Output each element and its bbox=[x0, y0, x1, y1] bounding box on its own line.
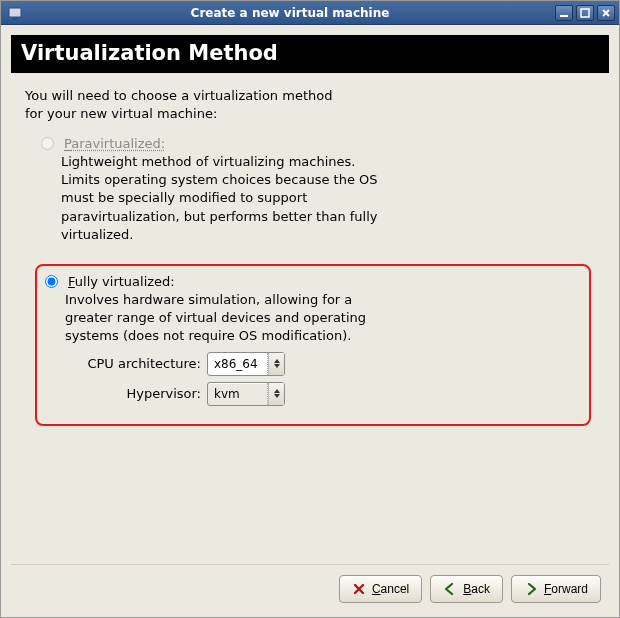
back-button[interactable]: Back bbox=[430, 575, 503, 603]
hypervisor-label: Hypervisor: bbox=[85, 386, 201, 401]
spinner-arrows-icon bbox=[268, 383, 284, 405]
cancel-button[interactable]: Cancel bbox=[339, 575, 422, 603]
close-button[interactable] bbox=[597, 5, 615, 21]
svg-rect-1 bbox=[12, 18, 18, 20]
app-icon bbox=[5, 5, 25, 21]
button-bar: Cancel Back Forward bbox=[11, 564, 609, 613]
cpu-arch-label: CPU architecture: bbox=[85, 356, 201, 371]
page-heading: Virtualization Method bbox=[11, 35, 609, 73]
cpu-arch-row: CPU architecture: x86_64 bbox=[85, 352, 579, 376]
intro-text: You will need to choose a virtualization… bbox=[25, 87, 609, 122]
hypervisor-value: kvm bbox=[208, 383, 268, 405]
minimize-button[interactable] bbox=[555, 5, 573, 21]
intro-line2: for your new virtual machine: bbox=[25, 106, 217, 121]
spinner-arrows-icon bbox=[268, 353, 284, 375]
dialog-window: Create a new virtual machine Virtualizat… bbox=[0, 0, 620, 618]
svg-rect-2 bbox=[560, 15, 568, 17]
titlebar[interactable]: Create a new virtual machine bbox=[1, 1, 619, 25]
maximize-button[interactable] bbox=[576, 5, 594, 21]
fully-desc: Involves hardware simulation, allowing f… bbox=[65, 291, 385, 346]
forward-button[interactable]: Forward bbox=[511, 575, 601, 603]
options-group: Paravirtualized: Lightweight method of v… bbox=[35, 130, 591, 432]
radio-fully-label: Fully virtualized: bbox=[68, 274, 175, 289]
forward-icon bbox=[524, 582, 538, 596]
cancel-icon bbox=[352, 582, 366, 596]
hypervisor-row: Hypervisor: kvm bbox=[85, 382, 579, 406]
content-area: Virtualization Method You will need to c… bbox=[1, 25, 619, 617]
radio-paravirtualized-label: Paravirtualized: bbox=[64, 136, 165, 151]
radio-fully-row[interactable]: Fully virtualized: bbox=[45, 274, 579, 289]
svg-rect-0 bbox=[9, 8, 21, 17]
svg-rect-3 bbox=[581, 9, 589, 17]
cpu-arch-combo[interactable]: x86_64 bbox=[207, 352, 285, 376]
back-icon bbox=[443, 582, 457, 596]
window-controls bbox=[555, 5, 615, 21]
cancel-label: Cancel bbox=[372, 582, 409, 596]
window-title: Create a new virtual machine bbox=[25, 6, 555, 20]
back-label: Back bbox=[463, 582, 490, 596]
fully-fields: CPU architecture: x86_64 Hypervisor: kvm bbox=[85, 352, 579, 406]
cpu-arch-value: x86_64 bbox=[208, 353, 268, 375]
option-fully-virtualized: Fully virtualized: Involves hardware sim… bbox=[35, 264, 591, 426]
option-paravirtualized: Paravirtualized: Lightweight method of v… bbox=[35, 130, 591, 258]
hypervisor-combo[interactable]: kvm bbox=[207, 382, 285, 406]
forward-label: Forward bbox=[544, 582, 588, 596]
radio-paravirtualized bbox=[41, 137, 54, 150]
radio-paravirtualized-row: Paravirtualized: bbox=[41, 136, 585, 151]
paravirtualized-desc: Lightweight method of virtualizing machi… bbox=[61, 153, 381, 244]
intro-line1: You will need to choose a virtualization… bbox=[25, 88, 332, 103]
radio-fully-virtualized[interactable] bbox=[45, 275, 58, 288]
